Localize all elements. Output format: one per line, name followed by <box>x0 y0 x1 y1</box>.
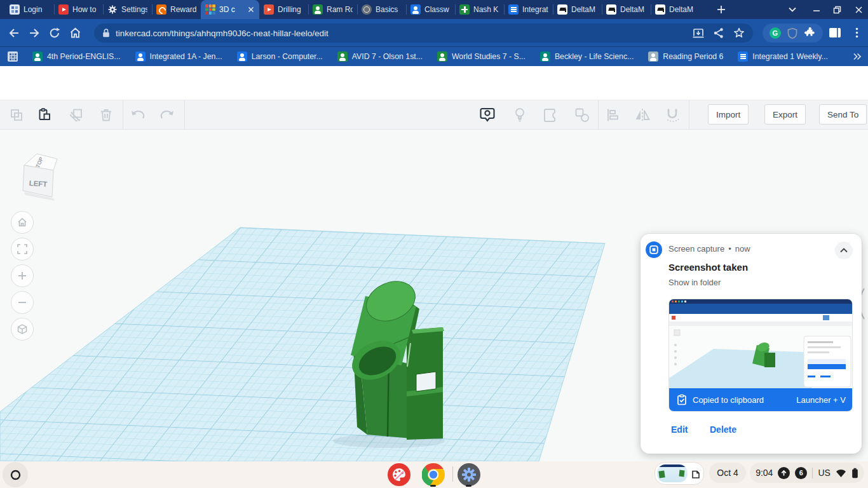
gear-icon <box>107 4 118 15</box>
side-panel-icon[interactable] <box>825 23 845 43</box>
copy-icon[interactable] <box>5 104 28 126</box>
bookmark-item[interactable]: Larson - Computer... <box>237 51 323 62</box>
align-icon[interactable] <box>601 104 624 126</box>
edit-screenshot-button[interactable]: Edit <box>671 424 688 435</box>
omnibox-url-field[interactable]: tinkercad.com/things/ahhqmh90J6c-neat-hi… <box>94 24 753 43</box>
apps-shortcut-icon[interactable] <box>8 51 18 62</box>
fit-view-button[interactable] <box>11 238 34 261</box>
chrome-app-icon[interactable] <box>422 463 445 486</box>
settings-running-indicator <box>466 485 471 487</box>
tab-search-chevron-icon[interactable] <box>783 0 802 19</box>
forward-icon[interactable] <box>24 23 44 43</box>
import-button[interactable]: Import <box>708 104 749 125</box>
extensions-puzzle-icon[interactable] <box>804 27 816 39</box>
bookmark-item[interactable]: Reading Period 6 <box>648 51 723 62</box>
bookmarks-overflow-icon[interactable] <box>853 53 862 60</box>
notification-count-badge: 6 <box>795 467 807 479</box>
send-to-button[interactable]: Send To <box>819 104 867 125</box>
tab-rewards[interactable]: Rewards <box>152 0 201 19</box>
chromeos-shelf: Oct 4 9:04 6 US <box>0 461 868 488</box>
redo-icon[interactable] <box>156 104 179 126</box>
bookmark-item[interactable]: Integrated 1 Weekly... <box>738 51 827 62</box>
canvas-app-icon[interactable] <box>388 463 410 486</box>
back-icon[interactable] <box>4 23 24 43</box>
rewards-icon <box>156 4 166 15</box>
video-icon <box>264 4 274 15</box>
keyboard-layout-text: US <box>818 468 830 478</box>
view-cube-left-label[interactable]: LEFT <box>29 179 48 188</box>
update-arrow-icon <box>778 467 790 479</box>
bookmark-item[interactable]: Beckley - Life Scienc... <box>540 51 634 62</box>
tab-integrated[interactable]: Integrat <box>504 0 553 19</box>
reload-icon[interactable] <box>44 23 65 43</box>
collapse-notification-button[interactable] <box>835 241 853 259</box>
classroom-icon <box>237 51 247 62</box>
launcher-button[interactable] <box>3 462 28 487</box>
tab-tinkercad-active[interactable]: 3D c <box>201 0 259 19</box>
group-icon[interactable] <box>539 104 562 126</box>
export-button[interactable]: Export <box>764 104 806 125</box>
classroom-icon <box>313 4 323 15</box>
clipboard-check-icon <box>677 394 687 405</box>
close-tab-icon[interactable] <box>247 6 255 13</box>
magnet-icon[interactable] <box>661 104 684 126</box>
undo-icon[interactable] <box>126 104 149 126</box>
tab-login[interactable]: Login <box>5 0 54 19</box>
tab-nash-k[interactable]: Nash K <box>455 0 504 19</box>
wifi-icon <box>836 468 846 478</box>
restore-window-button[interactable] <box>827 0 846 19</box>
install-app-icon[interactable] <box>688 23 709 43</box>
tab-settings[interactable]: Settings <box>103 0 152 19</box>
tab-drilling[interactable]: Drilling <box>259 0 308 19</box>
notes-icon[interactable] <box>476 104 499 126</box>
home-view-button[interactable] <box>11 211 34 234</box>
classroom-icon <box>648 51 658 62</box>
chrome-running-indicator <box>430 485 436 487</box>
bookmark-item[interactable]: World Studies 7 - S... <box>437 51 526 62</box>
delete-icon[interactable] <box>95 104 118 126</box>
mirror-icon[interactable] <box>631 104 654 126</box>
close-window-button[interactable] <box>849 0 868 19</box>
bookmark-star-icon[interactable] <box>729 23 749 43</box>
date-text: Oct 4 <box>717 468 738 478</box>
tab-deltamath-2[interactable]: DeltaM <box>602 0 651 19</box>
bookmark-item[interactable]: Integrated 1A - Jen... <box>135 51 222 62</box>
tab-ram-ro[interactable]: Ram Ro <box>308 0 357 19</box>
browser-menu-icon[interactable] <box>846 23 867 43</box>
clock-text: 9:04 <box>756 468 773 478</box>
lightbulb-icon[interactable] <box>508 104 531 126</box>
paste-icon[interactable] <box>33 104 56 126</box>
bookmark-item[interactable]: AVID 7 - Olson 1st... <box>337 51 423 62</box>
settings-app-icon[interactable] <box>458 463 480 486</box>
perspective-toggle-button[interactable] <box>11 318 34 341</box>
classroom-icon <box>32 51 43 62</box>
new-tab-button[interactable] <box>712 0 731 19</box>
deltamath-icon <box>557 4 567 15</box>
tab-how-to[interactable]: How to <box>54 0 103 19</box>
tab-basics[interactable]: Basics <box>357 0 406 19</box>
home-icon[interactable] <box>65 23 85 43</box>
duplicate-icon[interactable] <box>65 104 88 126</box>
calendar-date-button[interactable]: Oct 4 <box>709 463 746 483</box>
screenshot-preview-pill[interactable] <box>654 462 704 485</box>
zoom-in-button[interactable] <box>11 264 34 287</box>
browser-tab-bar: Login How to Settings Rewards 3D c Drill… <box>0 0 868 19</box>
status-tray[interactable]: 9:04 6 US <box>750 463 864 483</box>
ungroup-icon[interactable] <box>571 104 593 126</box>
minimize-window-button[interactable] <box>807 0 826 19</box>
bookmark-item[interactable]: 4th Period-ENGLIS... <box>32 51 121 62</box>
show-in-folder-link[interactable]: Show in folder <box>668 278 721 287</box>
zoom-out-button[interactable] <box>11 291 34 314</box>
screenshot-thumbnail[interactable]: Copied to clipboard Launcher + V <box>668 299 853 412</box>
tab-deltamath-1[interactable]: DeltaM <box>553 0 602 19</box>
copy-image-icon <box>691 468 700 479</box>
tab-deltamath-3[interactable]: DeltaM <box>651 0 700 19</box>
tinkercad-header: T I N K E R C A D Neat Hillar-Leelo <box>0 66 868 100</box>
delete-screenshot-button[interactable]: Delete <box>710 424 736 435</box>
tab-classwork[interactable]: Classw <box>406 0 455 19</box>
view-cube[interactable]: TOP LEFT <box>17 145 64 203</box>
lock-icon[interactable] <box>102 28 111 38</box>
shield-icon[interactable] <box>787 27 798 39</box>
share-icon[interactable] <box>709 23 729 43</box>
grammarly-icon[interactable]: G <box>770 27 781 39</box>
